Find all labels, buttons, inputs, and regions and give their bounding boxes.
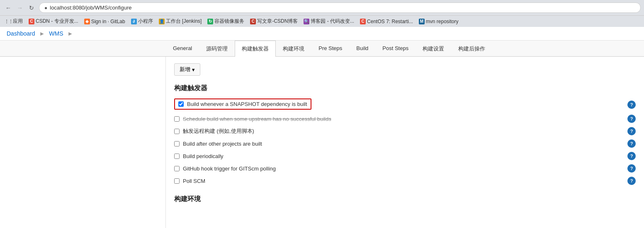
checkbox-item: Poll SCM? xyxy=(174,177,636,185)
add-button-row: 新增 ▾ xyxy=(174,63,636,76)
bookmark-label-workbench: 工作台 [Jenkins] xyxy=(166,18,202,25)
bookmark-icon-container: ↻ xyxy=(207,19,213,24)
tab-env[interactable]: 构建环境 xyxy=(276,41,311,57)
help-button-upstream[interactable]: ? xyxy=(627,115,636,123)
help-button-after_projects[interactable]: ? xyxy=(627,139,636,148)
bookmark-blog[interactable]: 🔍博客园 - 代码改变... xyxy=(301,17,357,26)
tab-source[interactable]: 源码管理 xyxy=(199,41,235,57)
back-button[interactable]: ← xyxy=(3,3,13,13)
forward-button[interactable]: → xyxy=(15,3,25,13)
checkbox-label-github_hook: GitHub hook trigger for GITScm polling xyxy=(183,166,276,172)
bookmark-icon-write: C xyxy=(250,19,256,24)
tab-poststeps[interactable]: Post Steps xyxy=(375,41,416,57)
bookmark-label-miniprogram: 小程序 xyxy=(138,18,153,25)
bookmark-label-blog: 博客园 - 代码改变... xyxy=(311,18,354,25)
checkbox-row-left-periodically: Build periodically xyxy=(174,153,224,159)
bookmark-miniprogram[interactable]: ∂小程序 xyxy=(129,17,156,26)
help-button-remote[interactable]: ? xyxy=(627,127,636,135)
bookmark-workbench[interactable]: 👤工作台 [Jenkins] xyxy=(156,17,204,26)
sidebar-strip xyxy=(0,57,166,228)
bookmark-icon-miniprogram: ∂ xyxy=(131,19,137,24)
checkbox-snapshot[interactable] xyxy=(178,101,184,107)
env-section: 构建环境 xyxy=(174,195,636,204)
tab-presteps[interactable]: Pre Steps xyxy=(311,41,349,57)
bookmark-label-mvn: mvn repository xyxy=(426,19,459,24)
bookmark-label-csdn: CSDN - 专业开发... xyxy=(36,18,78,25)
checkbox-remote[interactable] xyxy=(174,129,180,134)
checkbox-item: Build after other projects are built? xyxy=(174,139,636,148)
bookmark-centos[interactable]: CCentOS 7: Restarti... xyxy=(357,18,416,25)
bookmark-write[interactable]: C写文章-CSDN博客 xyxy=(248,17,300,26)
checkbox-item: 触发远程构建 (例如,使用脚本)? xyxy=(174,127,636,135)
bookmark-label-write: 写文章-CSDN博客 xyxy=(257,18,298,25)
checkbox-label-remote: 触发远程构建 (例如,使用脚本) xyxy=(183,127,254,135)
help-button-github_hook[interactable]: ? xyxy=(627,164,636,173)
bookmark-label-container: 容器镜像服务 xyxy=(214,18,244,25)
help-button-poll_scm[interactable]: ? xyxy=(627,177,636,185)
bookmark-mvn[interactable]: Mmvn repository xyxy=(416,18,461,25)
tab-trigger[interactable]: 构建触发器 xyxy=(235,41,276,57)
trigger-checkbox-group: Build whenever a SNAPSHOT dependency is … xyxy=(174,98,636,185)
bookmark-label-gitlab: Sign in · GitLab xyxy=(91,19,125,24)
checkbox-after_projects[interactable] xyxy=(174,141,180,146)
add-button-arrow: ▾ xyxy=(192,67,195,73)
checkbox-label-upstream: Schedule build when some upstream has no… xyxy=(183,116,331,122)
help-button-periodically[interactable]: ? xyxy=(627,152,636,160)
bookmark-icon-centos: C xyxy=(360,19,366,24)
bookmark-icon-blog: 🔍 xyxy=(304,19,309,24)
checkbox-label-periodically: Build periodically xyxy=(183,153,224,159)
checkbox-item: Build whenever a SNAPSHOT dependency is … xyxy=(174,98,636,110)
checkbox-row-left-after_projects: Build after other projects are built xyxy=(174,141,262,147)
tab-build[interactable]: Build xyxy=(349,41,375,57)
checkbox-row-left-upstream: Schedule build when some upstream has no… xyxy=(174,116,331,122)
reload-button[interactable]: ↻ xyxy=(27,3,36,13)
bookmark-label-apps: 应用 xyxy=(13,18,23,25)
checkbox-label-poll_scm: Poll SCM xyxy=(183,178,205,184)
checkbox-poll_scm[interactable] xyxy=(174,178,180,184)
add-button[interactable]: 新增 ▾ xyxy=(174,63,200,76)
bookmark-apps[interactable]: ⋮⋮应用 xyxy=(3,17,25,26)
help-button-snapshot[interactable]: ? xyxy=(627,101,636,109)
bookmark-label-centos: CentOS 7: Restarti... xyxy=(367,19,413,24)
checkbox-item: GitHub hook trigger for GITScm polling? xyxy=(174,164,636,173)
tab-settings[interactable]: 构建设置 xyxy=(416,41,451,57)
bookmark-icon-csdn: C xyxy=(29,19,34,24)
tab-general[interactable]: General xyxy=(166,41,199,57)
breadcrumb-wms[interactable]: WMS xyxy=(49,30,63,37)
address-bar[interactable]: ● localhost:8080/job/WMS/configure xyxy=(39,2,641,13)
checkbox-item: Schedule build when some upstream has no… xyxy=(174,115,636,123)
nav-buttons: ← → ↻ xyxy=(3,3,36,13)
content-area: 新增 ▾ 构建触发器 Build whenever a SNAPSHOT dep… xyxy=(166,57,644,228)
trigger-section-heading: 构建触发器 xyxy=(174,84,636,93)
checkbox-periodically[interactable] xyxy=(174,154,180,159)
bookmark-icon-gitlab: ◈ xyxy=(84,19,90,24)
bookmarks-bar: ⋮⋮应用CCSDN - 专业开发...◈Sign in · GitLab∂小程序… xyxy=(0,15,644,27)
lock-icon: ● xyxy=(44,5,47,11)
env-section-heading: 构建环境 xyxy=(174,195,636,204)
add-button-label: 新增 xyxy=(180,66,190,73)
checkbox-label-snapshot: Build whenever a SNAPSHOT dependency is … xyxy=(187,101,307,107)
top-nav: Dashboard ► WMS ► xyxy=(0,27,644,41)
address-text: localhost:8080/job/WMS/configure xyxy=(50,5,131,11)
breadcrumb-sep-1: ► xyxy=(39,30,45,37)
checkbox-label-after_projects: Build after other projects are built xyxy=(183,141,262,147)
bookmark-icon-apps: ⋮⋮ xyxy=(6,19,12,24)
checkbox-row-left-poll_scm: Poll SCM xyxy=(174,178,205,184)
checkbox-item: Build periodically? xyxy=(174,152,636,160)
breadcrumb-dashboard[interactable]: Dashboard xyxy=(7,30,35,37)
page-content: Dashboard ► WMS ► General源码管理构建触发器构建环境Pr… xyxy=(0,27,644,228)
checkbox-upstream[interactable] xyxy=(174,116,180,122)
bookmark-csdn[interactable]: CCSDN - 专业开发... xyxy=(26,17,81,26)
bookmark-icon-mvn: M xyxy=(419,19,425,24)
browser-chrome: ← → ↻ ● localhost:8080/job/WMS/configure… xyxy=(0,0,644,27)
breadcrumb-sep-2: ► xyxy=(68,30,73,37)
checkbox-row-left-github_hook: GitHub hook trigger for GITScm polling xyxy=(174,166,276,172)
checkbox-row-left-remote: 触发远程构建 (例如,使用脚本) xyxy=(174,127,254,135)
bookmark-container[interactable]: ↻容器镜像服务 xyxy=(205,17,247,26)
tab-bar: General源码管理构建触发器构建环境Pre StepsBuildPost S… xyxy=(0,41,644,57)
main-area: 新增 ▾ 构建触发器 Build whenever a SNAPSHOT dep… xyxy=(0,57,644,228)
checkbox-row-left-snapshot: Build whenever a SNAPSHOT dependency is … xyxy=(174,98,311,110)
tab-postbuild[interactable]: 构建后操作 xyxy=(451,41,492,57)
bookmark-gitlab[interactable]: ◈Sign in · GitLab xyxy=(82,18,128,25)
checkbox-github_hook[interactable] xyxy=(174,166,180,171)
